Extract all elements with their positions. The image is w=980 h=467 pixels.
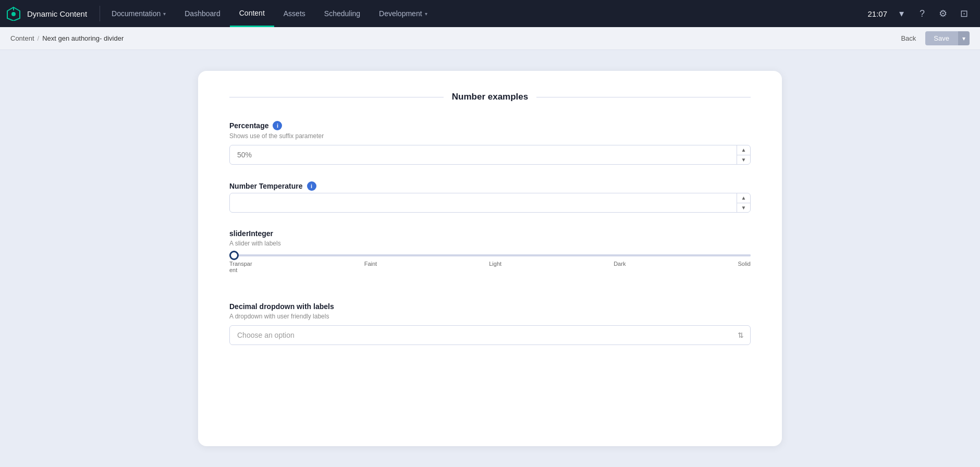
decimal-dropdown-description: A dropdown with user friendly labels [229, 313, 751, 320]
number-temperature-input[interactable] [230, 193, 737, 212]
number-temperature-increment-button[interactable]: ▲ [737, 193, 750, 203]
section-title: Number examples [452, 92, 528, 102]
number-temperature-decrement-button[interactable]: ▼ [737, 203, 750, 213]
slider-label-dark: Dark [614, 261, 626, 273]
slider-container: Transparent Faint Light Dark Solid [229, 254, 751, 286]
percentage-field-group: Percentage i Shows use of the suffix par… [229, 121, 751, 165]
nav-label-assets: Assets [284, 9, 305, 18]
slider-label-faint: Faint [364, 261, 377, 273]
slider-label-light: Light [489, 261, 501, 273]
chevron-down-icon: ▾ [163, 11, 166, 17]
number-temperature-input-wrapper: ▲ ▼ [229, 193, 751, 213]
percentage-input[interactable] [230, 145, 737, 164]
nav-label-dashboard: Dashboard [185, 9, 220, 18]
dropdown-chevron-icon: ⇅ [738, 331, 750, 339]
breadcrumb-current-page: Next gen authoring- divider [42, 34, 124, 42]
settings-icon[interactable]: ⚙ [933, 4, 953, 23]
decimal-dropdown-field-header: Decimal dropdown with labels [229, 302, 751, 311]
save-button[interactable]: Save [925, 31, 958, 45]
help-icon[interactable]: ? [912, 4, 932, 23]
percentage-increment-button[interactable]: ▲ [737, 145, 750, 155]
breadcrumb-bar: Content / Next gen authoring- divider Ba… [0, 27, 980, 50]
number-temperature-spinner: ▲ ▼ [737, 193, 750, 212]
percentage-field-header: Percentage i [229, 121, 751, 130]
save-dropdown-button[interactable]: ▾ [958, 31, 970, 45]
breadcrumb: Content / Next gen authoring- divider [10, 34, 124, 42]
percentage-label: Percentage [229, 121, 268, 130]
percentage-input-wrapper: ▲ ▼ [229, 145, 751, 165]
nav-item-assets[interactable]: Assets [274, 0, 315, 27]
content-card: Number examples Percentage i Shows use o… [198, 71, 782, 446]
number-temperature-field-header: Number Temperature i [229, 181, 751, 191]
slider-integer-label: sliderInteger [229, 229, 751, 238]
time-chevron[interactable]: ▾ [891, 4, 911, 23]
slider-label-solid: Solid [738, 261, 750, 273]
percentage-spinner: ▲ ▼ [737, 145, 750, 164]
divider-line-right [536, 97, 751, 97]
breadcrumb-separator: / [38, 34, 40, 42]
breadcrumb-root[interactable]: Content [10, 34, 34, 42]
nav-item-documentation[interactable]: Documentation ▾ [102, 0, 175, 27]
nav-item-dashboard[interactable]: Dashboard [175, 0, 230, 27]
nav-separator [100, 6, 100, 21]
svg-point-1 [11, 12, 16, 16]
main-area: Number examples Percentage i Shows use o… [0, 50, 980, 467]
top-navigation: Dynamic Content Documentation ▾ Dashboar… [0, 0, 980, 27]
percentage-info-icon[interactable]: i [273, 121, 282, 130]
slider-integer-section: sliderInteger A slider with labels Trans… [229, 229, 751, 286]
percentage-decrement-button[interactable]: ▼ [737, 155, 750, 165]
number-temperature-field-group: Number Temperature i ▲ ▼ [229, 181, 751, 213]
nav-label-development: Development [379, 9, 422, 18]
nav-item-development[interactable]: Development ▾ [370, 0, 437, 27]
number-temperature-label: Number Temperature [229, 182, 303, 190]
slider-track [229, 254, 751, 256]
app-logo[interactable] [0, 0, 27, 27]
nav-label-scheduling: Scheduling [324, 9, 360, 18]
slider-labels: Transparent Faint Light Dark Solid [229, 261, 751, 273]
nav-item-scheduling[interactable]: Scheduling [315, 0, 370, 27]
breadcrumb-actions: Back Save ▾ [897, 31, 970, 45]
chevron-down-icon: ▾ [425, 11, 427, 17]
topnav-right-section: 21:07 ▾ ? ⚙ ⊡ [864, 4, 980, 23]
current-time: 21:07 [864, 9, 890, 18]
decimal-dropdown-wrapper: Choose an option ⇅ [229, 325, 751, 345]
back-button[interactable]: Back [897, 32, 920, 44]
slider-integer-description: A slider with labels [229, 240, 751, 247]
nav-item-content[interactable]: Content [230, 0, 274, 27]
account-icon[interactable]: ⊡ [954, 4, 974, 23]
decimal-dropdown-label: Decimal dropdown with labels [229, 302, 334, 311]
decimal-dropdown-field-group: Decimal dropdown with labels A dropdown … [229, 302, 751, 345]
percentage-description: Shows use of the suffix parameter [229, 132, 751, 140]
app-brand-name: Dynamic Content [27, 9, 97, 18]
decimal-dropdown-select[interactable]: Choose an option [230, 326, 738, 345]
slider-integer-input[interactable] [229, 254, 751, 256]
section-divider: Number examples [229, 92, 751, 102]
number-temperature-info-icon[interactable]: i [307, 181, 316, 191]
divider-line-left [229, 97, 444, 97]
main-nav: Documentation ▾ Dashboard Content Assets… [102, 0, 864, 27]
nav-label-content: Content [239, 9, 265, 17]
slider-label-transparent: Transparent [229, 261, 252, 273]
nav-label-documentation: Documentation [112, 9, 161, 18]
